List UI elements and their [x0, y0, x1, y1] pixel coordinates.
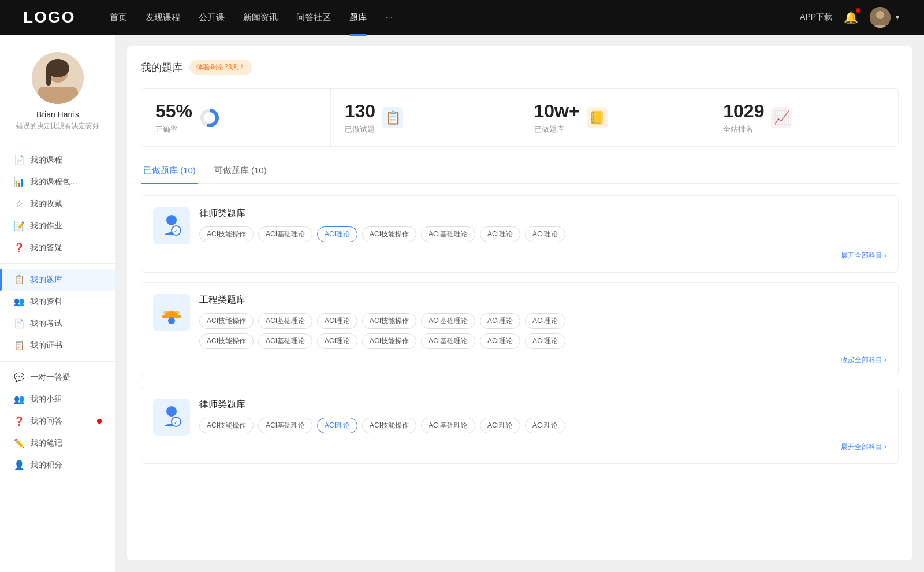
sidebar-item-my-course[interactable]: 📄 我的课程	[0, 149, 116, 171]
eng-tag-r2-3[interactable]: ACI技能操作	[362, 333, 416, 349]
eng-tag-2[interactable]: ACI理论	[317, 313, 357, 329]
l2-tag-4[interactable]: ACI基础理论	[421, 418, 475, 433]
eng-tag-r2-1[interactable]: ACI基础理论	[258, 333, 312, 349]
sidebar-label-group: 我的小组	[30, 394, 62, 404]
divider-2	[0, 361, 116, 362]
sidebar-label-certificate: 我的证书	[30, 340, 62, 351]
nav-more[interactable]: ···	[385, 10, 393, 25]
sidebar-item-favorites[interactable]: ☆ 我的收藏	[0, 193, 116, 215]
tag-2[interactable]: ACI理论	[317, 226, 357, 242]
sidebar-item-question-bank[interactable]: 📋 我的题库	[0, 269, 116, 291]
points-icon: 👤	[14, 460, 24, 470]
sidebar-item-my-questions[interactable]: ❓ 我的问答	[0, 410, 116, 432]
done-questions-label: 已做试题	[345, 124, 375, 135]
eng-tag-4[interactable]: ACI基础理论	[421, 313, 475, 329]
sidebar-item-exam[interactable]: 📄 我的考试	[0, 313, 116, 335]
stat-text: 55% 正确率	[155, 101, 192, 135]
tag-5[interactable]: ACI理论	[480, 226, 520, 242]
eng-tag-r2-4[interactable]: ACI基础理论	[421, 333, 475, 349]
tabs-row: 已做题库 (10) 可做题库 (10)	[141, 161, 899, 184]
group-icon: 👥	[14, 394, 24, 404]
course-icon: 📄	[14, 155, 24, 165]
sidebar-item-ask[interactable]: ❓ 我的答疑	[0, 237, 116, 259]
tab-done-banks[interactable]: 已做题库 (10)	[141, 161, 198, 183]
stat-done-questions: 130 已做试题 📋	[331, 89, 520, 146]
sidebar-label-exam: 我的考试	[30, 318, 62, 329]
l2-tag-2[interactable]: ACI理论	[317, 418, 357, 433]
eng-tag-0[interactable]: ACI技能操作	[199, 313, 254, 329]
chevron-down-icon: ▼	[894, 13, 901, 21]
unread-dot	[97, 419, 102, 424]
user-avatar-button[interactable]: ▼	[870, 7, 901, 28]
sidebar-item-profile[interactable]: 👥 我的资料	[0, 291, 116, 313]
profile-section: Brian Harris 错误的决定比没有决定要好	[0, 46, 116, 143]
svg-point-11	[168, 317, 175, 324]
eng-tag-r2-2[interactable]: ACI理论	[317, 333, 357, 349]
eng-tag-6[interactable]: ACI理论	[525, 313, 565, 329]
sidebar-item-points[interactable]: 👤 我的积分	[0, 454, 116, 476]
logo[interactable]: LOGO	[23, 8, 75, 27]
eng-tag-5[interactable]: ACI理论	[480, 313, 520, 329]
nav-qa[interactable]: 问答社区	[296, 10, 331, 25]
tab-available-banks[interactable]: 可做题库 (10)	[212, 161, 269, 183]
expand-link-lawyer-2[interactable]: 展开全部科目 ›	[841, 443, 886, 451]
bank-content: 律师类题库 ACI技能操作 ACI基础理论 ACI理论 ACI技能操作 ACI基…	[199, 207, 886, 242]
bank-name-lawyer-1: 律师类题库	[199, 207, 886, 220]
questionbank-icon: 📋	[14, 274, 24, 285]
eng-tag-1[interactable]: ACI基础理论	[258, 313, 312, 329]
questions-icon: ❓	[14, 416, 24, 426]
sidebar-label-my-course: 我的课程	[30, 155, 62, 165]
tag-4[interactable]: ACI基础理论	[421, 226, 475, 242]
sidebar-item-group[interactable]: 👥 我的小组	[0, 388, 116, 410]
sidebar-item-certificate[interactable]: 📋 我的证书	[0, 335, 116, 356]
bank-footer-engineer: 收起全部科目 ›	[153, 355, 886, 365]
tag-6[interactable]: ACI理论	[525, 226, 565, 242]
lawyer-bank-icon-2: ✓	[153, 399, 190, 436]
l2-tag-5[interactable]: ACI理论	[480, 418, 520, 433]
l2-tag-0[interactable]: ACI技能操作	[199, 418, 254, 433]
bank-card-lawyer-1: ✓ 律师类题库 ACI技能操作 ACI基础理论 ACI理论 ACI技能操作 AC…	[141, 195, 899, 273]
svg-point-13	[166, 406, 177, 417]
sidebar-menu: 📄 我的课程 📊 我的课程包... ☆ 我的收藏 📝 我的作业 ❓ 我的答疑 �	[0, 143, 116, 482]
nav-news[interactable]: 新闻资讯	[243, 10, 278, 25]
app-download-button[interactable]: APP下载	[800, 12, 832, 23]
collapse-link-engineer[interactable]: 收起全部科目 ›	[841, 356, 886, 364]
svg-point-7	[166, 215, 177, 225]
sidebar-item-course-pack[interactable]: 📊 我的课程包...	[0, 171, 116, 193]
bank-tags-row1: ACI技能操作 ACI基础理论 ACI理论 ACI技能操作 ACI基础理论 AC…	[199, 313, 886, 329]
done-questions-number: 130	[345, 101, 375, 122]
svg-rect-6	[46, 68, 51, 86]
bank-content-lawyer-2: 律师类题库 ACI技能操作 ACI基础理论 ACI理论 ACI技能操作 ACI基…	[199, 399, 886, 433]
eng-tag-3[interactable]: ACI技能操作	[362, 313, 416, 329]
eng-tag-r2-6[interactable]: ACI理论	[525, 333, 565, 349]
l2-tag-6[interactable]: ACI理论	[525, 418, 565, 433]
profile-name: Brian Harris	[36, 110, 79, 119]
expand-link-lawyer-1[interactable]: 展开全部科目 ›	[841, 251, 886, 259]
nav-questionbank[interactable]: 题库	[349, 10, 367, 25]
content-panel: 我的题库 体验剩余23天！ 55% 正确率 130 已	[127, 46, 912, 560]
profile-avatar	[32, 52, 84, 104]
sidebar-item-notes[interactable]: ✏️ 我的笔记	[0, 432, 116, 454]
bank-header-lawyer-2: ✓ 律师类题库 ACI技能操作 ACI基础理论 ACI理论 ACI技能操作 AC…	[153, 399, 886, 436]
eng-tag-r2-0[interactable]: ACI技能操作	[199, 333, 254, 349]
nav-home[interactable]: 首页	[110, 10, 127, 25]
l2-tag-3[interactable]: ACI技能操作	[362, 418, 416, 433]
certificate-icon: 📋	[14, 340, 24, 351]
nav-open-course[interactable]: 公开课	[199, 10, 225, 25]
tag-1[interactable]: ACI基础理论	[258, 226, 312, 242]
notification-bell[interactable]: 🔔	[844, 10, 858, 24]
nav-discover[interactable]: 发现课程	[146, 10, 180, 25]
header: LOGO 首页 发现课程 公开课 新闻资讯 问答社区 题库 ··· APP下载 …	[0, 0, 924, 35]
tag-0[interactable]: ACI技能操作	[199, 226, 254, 242]
page-title-row: 我的题库 体验剩余23天！	[141, 60, 899, 75]
svg-text:✓: ✓	[174, 419, 178, 425]
eng-tag-r2-5[interactable]: ACI理论	[480, 333, 520, 349]
tag-3[interactable]: ACI技能操作	[362, 226, 416, 242]
sidebar-item-one-on-one[interactable]: 💬 一对一答疑	[0, 366, 116, 388]
l2-tag-1[interactable]: ACI基础理论	[258, 418, 312, 433]
bank-tags-lawyer-2: ACI技能操作 ACI基础理论 ACI理论 ACI技能操作 ACI基础理论 AC…	[199, 418, 886, 433]
svg-rect-12	[163, 311, 180, 314]
sidebar-item-homework[interactable]: 📝 我的作业	[0, 215, 116, 237]
ranking-icon: 📈	[771, 107, 792, 128]
stats-row: 55% 正确率 130 已做试题 📋 10w+	[141, 88, 899, 147]
